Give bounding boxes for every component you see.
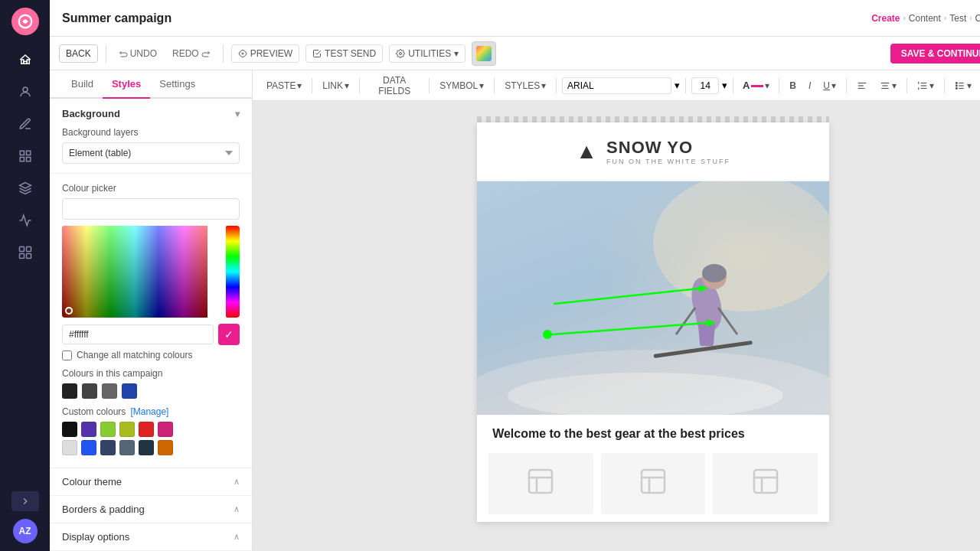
align-center-button[interactable]: ▾ [875, 78, 901, 93]
custom-swatch[interactable] [100, 422, 116, 437]
main-area: Summer campaign Create › Content › Test … [50, 0, 980, 551]
custom-swatch[interactable] [139, 422, 154, 437]
email-header: ▲ SNOW YO FUN ON THE WHITE STUFF [477, 122, 829, 181]
test-send-button[interactable]: TEST SEND [305, 44, 383, 63]
back-button[interactable]: BACK [59, 44, 98, 63]
color-icon-button[interactable] [472, 41, 496, 66]
breadcrumb-test[interactable]: Test [949, 13, 966, 24]
svg-point-27 [956, 82, 957, 83]
svg-point-13 [242, 53, 243, 54]
background-section: Background ▾ Background layers Element (… [50, 99, 252, 174]
svg-rect-10 [26, 247, 31, 252]
custom-swatch[interactable] [119, 440, 135, 455]
borders-padding-section[interactable]: Borders & padding ∧ [50, 496, 252, 523]
custom-swatch[interactable] [119, 422, 135, 437]
display-options-section[interactable]: Display options ∧ [50, 523, 252, 551]
sidebar-expand-button[interactable] [11, 491, 39, 511]
colour-theme-section[interactable]: Colour theme ∧ [50, 468, 252, 496]
sidebar-icon-edit[interactable] [11, 110, 39, 138]
toolbar-separator-2 [223, 44, 224, 63]
campaign-swatch[interactable] [122, 383, 137, 399]
campaign-swatch[interactable] [82, 383, 97, 399]
svg-rect-7 [20, 158, 24, 161]
svg-marker-51 [707, 319, 716, 327]
breadcrumb-contacts[interactable]: Contacts [975, 13, 980, 24]
svg-rect-52 [529, 470, 552, 493]
custom-swatch[interactable] [139, 440, 154, 455]
manage-colours-link[interactable]: [Manage] [130, 406, 168, 417]
tab-build[interactable]: Build [62, 70, 103, 99]
tab-settings[interactable]: Settings [150, 70, 204, 99]
svg-rect-5 [20, 151, 24, 155]
breadcrumb-content[interactable]: Content [909, 13, 941, 24]
display-options-chevron: ∧ [234, 532, 240, 542]
logo-triangle-icon: ▲ [576, 139, 597, 164]
font-name-input[interactable] [562, 77, 671, 94]
app-logo[interactable] [11, 8, 39, 35]
custom-swatch[interactable] [81, 440, 96, 455]
custom-swatch[interactable] [62, 422, 77, 437]
canvas-area[interactable]: ▲ SNOW YO FUN ON THE WHITE STUFF [253, 101, 980, 551]
sidebar-icon-home[interactable] [11, 46, 39, 73]
line-height-button[interactable]: ▾ [913, 78, 939, 93]
sidebar-icon-user[interactable] [11, 78, 39, 106]
colour-hex-input[interactable] [62, 324, 214, 344]
svg-marker-48 [699, 285, 708, 292]
italic-button[interactable]: I [804, 78, 815, 93]
font-color-button[interactable]: A ▾ [739, 77, 773, 93]
email-products [477, 453, 829, 522]
custom-swatch[interactable] [158, 422, 173, 437]
colour-theme-chevron: ∧ [234, 477, 240, 487]
svg-rect-6 [26, 151, 30, 155]
change-all-checkbox[interactable] [62, 350, 72, 360]
user-avatar[interactable]: AZ [13, 519, 38, 543]
svg-rect-3 [23, 61, 27, 64]
background-section-header[interactable]: Background ▾ [62, 108, 240, 119]
custom-swatch[interactable] [100, 440, 116, 455]
product-card-1 [488, 453, 593, 514]
colour-gradient-picker[interactable] [62, 226, 240, 318]
data-fields-button[interactable]: DATA FIELDS [365, 73, 424, 99]
custom-swatch[interactable] [81, 422, 96, 437]
background-layers-select[interactable]: Element (table) Body Row [62, 142, 240, 164]
campaign-swatch[interactable] [102, 383, 117, 399]
redo-button[interactable]: REDO [168, 45, 215, 62]
save-continue-button[interactable]: SAVE & CONTINUE [890, 44, 980, 64]
email-welcome-text: Welcome to the best gear at the best pri… [477, 415, 829, 453]
breadcrumb-create[interactable]: Create [871, 13, 900, 24]
left-panel: Build Styles Settings Background ▾ Backg… [50, 70, 253, 551]
preview-button[interactable]: PREVIEW [231, 44, 299, 63]
undo-button[interactable]: UNDO [114, 45, 162, 62]
tab-styles[interactable]: Styles [103, 70, 150, 99]
main-toolbar: BACK UNDO REDO PREVIEW TEST SEND UTILITI… [50, 37, 980, 70]
sidebar-icon-layers[interactable] [11, 174, 39, 202]
custom-swatch[interactable] [158, 440, 173, 455]
colour-confirm-button[interactable]: ✓ [218, 324, 240, 345]
email-hero-image [477, 181, 829, 415]
styles-button[interactable]: STYLES ▾ [500, 78, 550, 93]
sidebar-icon-modules[interactable] [11, 239, 39, 266]
svg-rect-53 [642, 470, 665, 493]
list-button[interactable]: ▾ [950, 78, 976, 93]
underline-button[interactable]: U ▾ [818, 78, 841, 93]
sidebar-icon-chart[interactable] [11, 207, 39, 234]
campaign-swatch[interactable] [62, 383, 77, 399]
email-top-border [477, 116, 829, 122]
align-left-button[interactable] [852, 78, 872, 93]
symbol-button[interactable]: SYMBOL ▾ [435, 78, 488, 93]
paste-button[interactable]: PASTE ▾ [262, 78, 306, 93]
sidebar-icon-grid[interactable] [11, 142, 39, 170]
borders-padding-chevron: ∧ [234, 504, 240, 514]
product-card-2 [601, 453, 706, 514]
bold-button[interactable]: B [785, 78, 801, 93]
custom-swatch[interactable] [62, 440, 77, 455]
utilities-button[interactable]: UTILITIES ▾ [389, 44, 466, 63]
left-sidebar: AZ [0, 0, 50, 551]
colour-picker-section: Colour picker ✓ Change all matching colo… [50, 174, 252, 468]
colour-display-box[interactable] [62, 198, 240, 220]
font-size-input[interactable] [691, 77, 719, 94]
nav-breadcrumb: Create › Content › Test › Contacts › Sen… [871, 13, 980, 24]
svg-rect-11 [19, 254, 24, 259]
custom-swatches-row-2 [62, 440, 240, 455]
link-button[interactable]: LINK ▾ [318, 78, 354, 93]
